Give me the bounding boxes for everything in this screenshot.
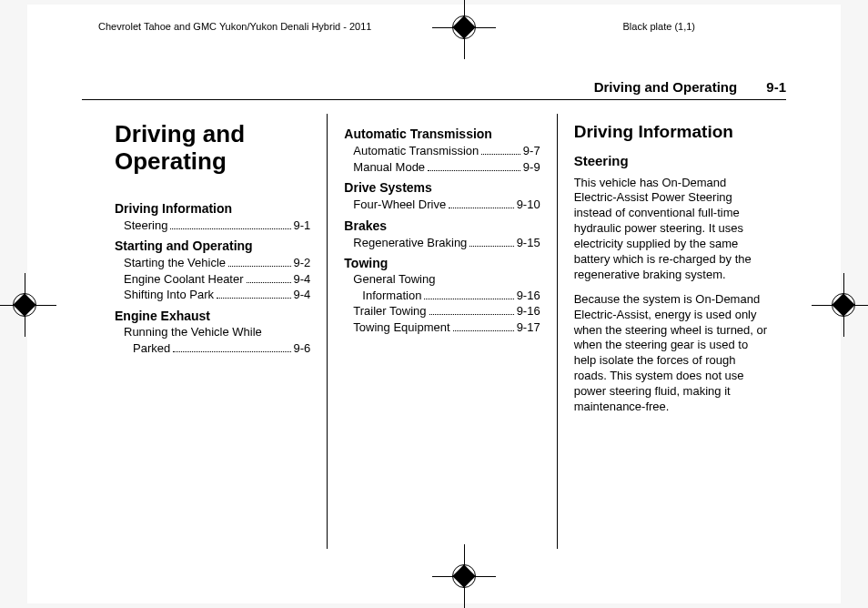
toc-section-head: Towing [344,256,540,272]
toc-entry-label: Trailer Towing [353,304,426,319]
print-header: Chevrolet Tahoe and GMC Yukon/Yukon Dena… [27,21,841,32]
toc-entry-label: Four-Wheel Drive [353,198,446,213]
toc-entry: Engine Coolant Heater9-4 [124,272,310,288]
toc-entry: Towing Equipment9-17 [353,320,540,336]
content-columns: Driving and Operating Driving Informatio… [98,114,786,549]
toc-entry-label: Automatic Transmission [353,144,479,159]
toc-entry-page: 9-16 [517,304,540,319]
leader-dots [173,341,290,352]
toc-entry-label: Starting the Vehicle [124,256,226,271]
leader-dots [228,257,291,268]
leader-dots [424,289,513,299]
registration-mark-icon [0,273,56,337]
toc-entry: Information9-16 [362,289,540,304]
toc-entry-label: Regenerative Braking [353,236,467,251]
toc-entry-page: 9-15 [517,236,540,251]
toc-entry-label: Parked [133,341,170,357]
toc-section-head: Engine Exhaust [115,309,310,325]
toc-entry-page: 9-9 [523,160,540,176]
running-page: 9-1 [766,79,786,95]
toc-entry: Starting the Vehicle9-2 [124,256,310,271]
column-1: Driving and Operating Driving Informatio… [98,114,327,549]
toc-entry: Parked9-6 [133,341,310,357]
toc-entry: Regenerative Braking9-15 [353,236,540,251]
header-left: Chevrolet Tahoe and GMC Yukon/Yukon Dena… [98,21,371,32]
toc-entry-label: Shifting Into Park [124,288,214,303]
toc-entry-page: 9-16 [517,289,540,304]
toc-entry: Manual Mode9-9 [353,160,540,176]
sheet: Chevrolet Tahoe and GMC Yukon/Yukon Dena… [27,5,841,603]
running-head: Driving and Operating 9-1 [594,79,786,95]
toc-entry-page: 9-6 [294,341,311,357]
toc-section-head: Automatic Transmission [344,127,540,143]
toc-block: Automatic TransmissionAutomatic Transmis… [344,127,540,336]
body-paragraph: Because the system is On-Demand Electric… [574,292,770,415]
toc-entry-page: 9-4 [294,288,311,303]
leader-dots [429,305,514,316]
leader-dots [453,320,514,331]
toc-section-head: Driving Information [115,201,310,218]
leader-dots [247,272,291,283]
toc-section-head: Drive Systems [344,180,540,197]
toc-entry-page: 9-7 [523,144,540,159]
toc-entry: Trailer Towing9-16 [353,304,540,319]
toc-entry: Steering9-1 [124,218,310,234]
toc-entry-label: Engine Coolant Heater [124,272,244,288]
toc-entry: Four-Wheel Drive9-10 [353,198,540,213]
toc-entry-label: Information [362,289,421,304]
toc-entry: Shifting Into Park9-4 [124,288,310,303]
toc-entry-page: 9-1 [294,218,311,234]
toc-block: Driving InformationSteering9-1Starting a… [115,201,310,356]
toc-entry-page: 9-10 [517,198,540,213]
leader-dots [217,289,291,299]
body-paragraph: This vehicle has On-Demand Electric-Assi… [574,176,770,283]
chapter-title: Driving and Operating [115,121,310,176]
header-rule [82,99,786,100]
leader-dots [428,160,520,171]
section-heading: Driving Information [574,121,770,143]
page: Chevrolet Tahoe and GMC Yukon/Yukon Dena… [0,0,868,608]
registration-mark-icon [812,273,868,337]
toc-entry-page: 9-17 [517,320,540,336]
subsection-heading: Steering [574,152,770,169]
leader-dots [469,236,513,247]
column-3: Driving Information Steering This vehicl… [557,114,786,549]
toc-section-head: Brakes [344,218,540,235]
registration-mark-icon [432,544,496,608]
toc-entry-label: Towing Equipment [353,320,449,336]
toc-entry: General Towing [353,272,540,288]
toc-entry: Automatic Transmission9-7 [353,144,540,159]
toc-entry-page: 9-4 [294,272,311,288]
running-section: Driving and Operating [594,79,738,95]
toc-entry-label: Steering [124,218,167,234]
leader-dots [449,198,513,208]
leader-dots [170,218,290,229]
toc-entry-label: Manual Mode [353,160,425,176]
header-right: Black plate (1,1) [623,21,695,32]
toc-entry-page: 9-2 [294,256,311,271]
toc-entry: Running the Vehicle While [124,325,310,340]
column-2: Automatic TransmissionAutomatic Transmis… [327,114,556,549]
leader-dots [481,144,520,155]
toc-section-head: Starting and Operating [115,238,310,255]
